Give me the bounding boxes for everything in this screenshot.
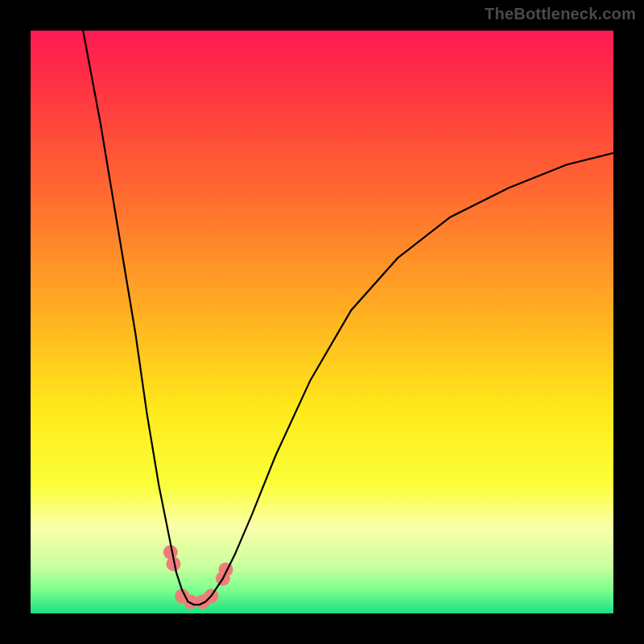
bottleneck-curve (83, 31, 613, 605)
chart-frame: TheBottleneck.com (0, 0, 644, 644)
data-marker (219, 563, 233, 577)
plot-area (31, 31, 613, 613)
bottleneck-chart (31, 31, 613, 613)
attribution-label: TheBottleneck.com (485, 5, 636, 23)
markers-group (163, 545, 233, 609)
